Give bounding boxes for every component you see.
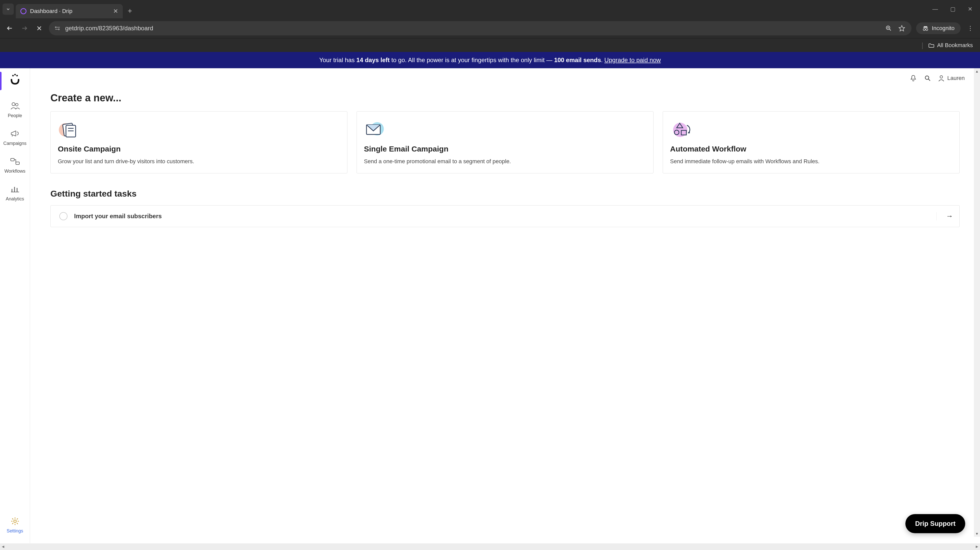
bookmarks-bar: | All Bookmarks xyxy=(0,38,980,52)
create-heading: Create a new... xyxy=(51,92,959,103)
window-maximize-button[interactable]: ▢ xyxy=(950,6,956,13)
sidebar: People Campaigns Workflows Analytics xyxy=(0,68,30,544)
main-area: ▲ ▼ Lauren Create a new... xyxy=(30,68,980,544)
window-minimize-button[interactable]: — xyxy=(932,6,938,13)
page-area: Your trial has 14 days left to go. All t… xyxy=(0,52,980,550)
svg-point-18 xyxy=(16,75,18,76)
bookmarks-divider: | xyxy=(921,41,923,49)
all-bookmarks-button[interactable]: All Bookmarks xyxy=(928,42,973,49)
banner-limit: 100 email sends xyxy=(554,57,601,64)
analytics-icon xyxy=(10,184,20,194)
browser-chrome: Dashboard · Drip ✕ ＋ — ▢ ✕ getdrip.com/8… xyxy=(0,0,980,52)
svg-point-13 xyxy=(923,29,925,30)
hscroll-right-button[interactable]: ► xyxy=(975,544,979,549)
nav-stop-button[interactable] xyxy=(34,23,44,33)
workflow-card-icon xyxy=(670,120,692,138)
user-menu[interactable]: Lauren xyxy=(938,75,965,82)
vertical-scrollbar[interactable]: ▲ ▼ xyxy=(974,68,980,537)
bookmark-star-icon[interactable] xyxy=(897,24,907,33)
sidebar-item-people[interactable]: People xyxy=(0,96,30,124)
card-desc: Send a one-time promotional email to a s… xyxy=(364,157,646,165)
user-name: Lauren xyxy=(947,75,965,81)
card-single-email[interactable]: Single Email Campaign Send a one-time pr… xyxy=(356,111,654,173)
svg-point-29 xyxy=(925,76,929,79)
zoom-icon[interactable] xyxy=(884,24,893,33)
all-bookmarks-label: All Bookmarks xyxy=(937,42,973,49)
banner-upgrade-link[interactable]: Upgrade to paid now xyxy=(605,57,661,64)
app-body: People Campaigns Workflows Analytics xyxy=(0,68,980,544)
svg-point-31 xyxy=(940,76,943,78)
tab-strip: Dashboard · Drip ✕ ＋ — ▢ ✕ xyxy=(0,0,980,18)
task-arrow-icon[interactable]: → xyxy=(937,212,951,220)
tab-favicon-icon xyxy=(21,8,27,14)
hscroll-left-button[interactable]: ◄ xyxy=(1,544,5,549)
scroll-down-button[interactable]: ▼ xyxy=(974,531,980,537)
svg-line-9 xyxy=(889,29,891,30)
svg-point-20 xyxy=(16,103,18,106)
sidebar-settings-label: Settings xyxy=(6,528,23,534)
sidebar-item-label: Campaigns xyxy=(3,141,27,146)
notifications-button[interactable] xyxy=(910,74,917,82)
tab-close-button[interactable]: ✕ xyxy=(113,8,118,15)
svg-line-30 xyxy=(928,79,930,81)
tab-title: Dashboard · Drip xyxy=(30,8,110,14)
browser-tab[interactable]: Dashboard · Drip ✕ xyxy=(16,4,123,18)
svg-point-16 xyxy=(12,75,14,76)
task-label: Import your email subscribers xyxy=(74,213,937,220)
task-checkbox[interactable] xyxy=(59,212,67,220)
workflow-icon xyxy=(10,156,20,167)
card-title: Onsite Campaign xyxy=(58,145,340,153)
horizontal-scrollbar[interactable]: ◄ ► xyxy=(0,544,980,550)
card-title: Automated Workflow xyxy=(670,145,952,153)
svg-marker-12 xyxy=(899,25,905,31)
email-icon xyxy=(364,120,387,138)
megaphone-icon xyxy=(10,129,20,139)
svg-point-6 xyxy=(58,29,59,30)
nav-back-button[interactable] xyxy=(5,23,15,33)
window-close-button[interactable]: ✕ xyxy=(968,6,972,13)
address-row: getdrip.com/8235963/dashboard Incognito … xyxy=(0,18,980,38)
drip-logo[interactable] xyxy=(8,72,22,86)
card-desc: Grow your list and turn drive-by visitor… xyxy=(58,157,340,165)
banner-prefix: Your trial has xyxy=(319,57,356,64)
scroll-up-button[interactable]: ▲ xyxy=(974,68,980,74)
new-tab-button[interactable]: ＋ xyxy=(125,6,135,16)
sidebar-item-workflows[interactable]: Workflows xyxy=(0,151,30,179)
sidebar-item-label: Analytics xyxy=(6,196,24,202)
incognito-indicator[interactable]: Incognito xyxy=(916,22,961,34)
card-automated-workflow[interactable]: Automated Workflow Send immediate follow… xyxy=(663,111,959,173)
support-button[interactable]: Drip Support xyxy=(905,514,965,533)
incognito-label: Incognito xyxy=(932,25,955,32)
sidebar-item-campaigns[interactable]: Campaigns xyxy=(0,124,30,151)
svg-point-19 xyxy=(12,103,15,106)
svg-point-14 xyxy=(926,29,928,30)
svg-point-28 xyxy=(14,520,16,523)
card-desc: Send immediate follow-up emails with Wor… xyxy=(670,157,952,165)
window-controls: — ▢ ✕ xyxy=(932,6,977,13)
content: Create a new... Onsite Campaign Grow you… xyxy=(30,82,980,237)
card-onsite-campaign[interactable]: Onsite Campaign Grow your list and turn … xyxy=(51,111,347,173)
search-button[interactable] xyxy=(924,74,931,82)
site-controls-icon[interactable] xyxy=(54,25,61,32)
browser-menu-button[interactable]: ⋮ xyxy=(965,23,975,33)
nav-forward-button[interactable] xyxy=(19,23,30,33)
address-bar[interactable]: getdrip.com/8235963/dashboard xyxy=(49,21,912,35)
svg-point-17 xyxy=(14,74,16,75)
people-icon xyxy=(10,101,20,111)
gear-icon xyxy=(10,516,20,526)
trial-banner: Your trial has 14 days left to go. All t… xyxy=(0,52,980,68)
tabs-dropdown-button[interactable] xyxy=(3,3,14,15)
svg-rect-23 xyxy=(16,162,19,164)
card-title: Single Email Campaign xyxy=(364,145,646,153)
tasks-heading: Getting started tasks xyxy=(51,189,959,199)
sidebar-item-analytics[interactable]: Analytics xyxy=(0,179,30,207)
url-text: getdrip.com/8235963/dashboard xyxy=(65,25,880,32)
task-row[interactable]: Import your email subscribers → xyxy=(51,205,959,227)
sidebar-item-label: People xyxy=(8,113,22,118)
sidebar-item-settings[interactable]: Settings xyxy=(0,511,30,539)
create-cards: Onsite Campaign Grow your list and turn … xyxy=(51,111,959,173)
banner-suffix: . xyxy=(601,57,605,64)
svg-point-4 xyxy=(55,27,56,28)
sidebar-active-marker xyxy=(0,72,2,90)
tasks-list: Import your email subscribers → xyxy=(51,205,959,227)
